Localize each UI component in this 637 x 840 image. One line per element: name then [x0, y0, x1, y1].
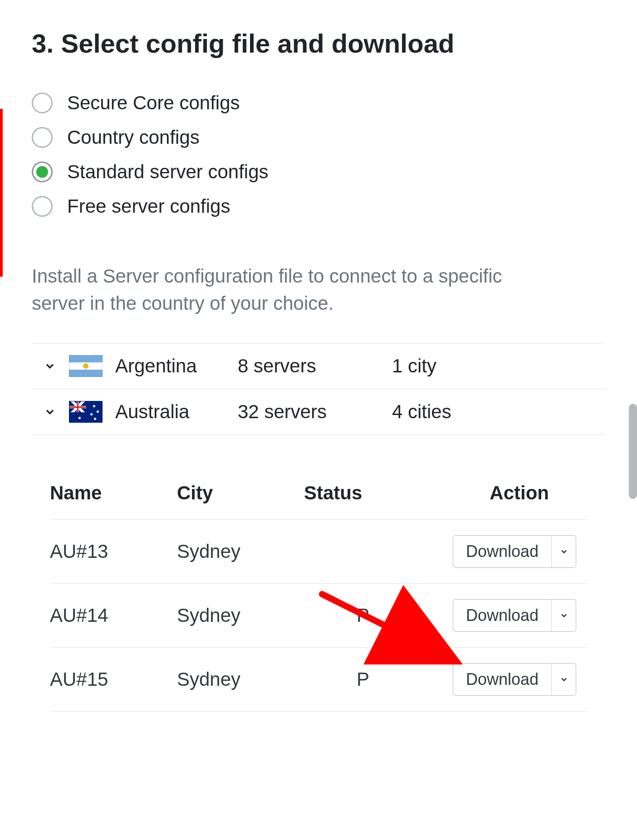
config-description: Install a Server configuration file to c… [32, 263, 531, 318]
col-header-name: Name [50, 482, 177, 504]
download-label: Download [453, 664, 551, 695]
section-title: 3. Select config file and download [32, 27, 605, 60]
chevron-down-icon [41, 360, 59, 372]
server-table: Name City Status Action AU#13 Sydney Dow… [50, 467, 587, 712]
download-label: Download [453, 600, 551, 631]
server-status: P [304, 605, 422, 626]
radio-icon [32, 161, 53, 182]
radio-label: Standard server configs [67, 161, 269, 183]
table-row: AU#14 Sydney P Download [50, 584, 587, 648]
col-header-action: Action [422, 482, 576, 504]
radio-icon [32, 127, 53, 148]
country-name: Australia [115, 401, 238, 423]
country-cities: 4 cities [392, 401, 451, 423]
col-header-city: City [177, 482, 304, 504]
server-name: AU#14 [50, 605, 177, 626]
country-servers: 32 servers [238, 401, 392, 423]
country-servers: 8 servers [238, 355, 392, 377]
radio-label: Free server configs [67, 195, 230, 217]
server-name: AU#13 [50, 541, 177, 562]
table-header-row: Name City Status Action [50, 467, 587, 520]
download-button[interactable]: Download [453, 599, 576, 632]
country-name: Argentina [115, 355, 238, 377]
radio-label: Country configs [67, 127, 200, 148]
chevron-down-icon[interactable] [551, 664, 576, 695]
download-label: Download [453, 536, 551, 567]
country-row-argentina[interactable]: Argentina 8 servers 1 city [32, 343, 605, 389]
server-name: AU#15 [50, 669, 177, 690]
radio-icon [32, 196, 53, 217]
radio-free-server[interactable]: Free server configs [32, 195, 605, 217]
chevron-down-icon[interactable] [551, 600, 576, 631]
flag-argentina-icon [69, 355, 103, 377]
radio-dot-icon [36, 166, 48, 178]
scrollbar[interactable] [629, 404, 637, 499]
server-status: P [304, 669, 422, 690]
radio-icon [32, 93, 53, 113]
radio-label: Secure Core configs [67, 92, 240, 114]
radio-standard-server[interactable]: Standard server configs [32, 161, 605, 183]
flag-australia-icon [69, 401, 103, 423]
country-cities: 1 city [392, 355, 436, 377]
download-button[interactable]: Download [453, 535, 576, 568]
server-city: Sydney [177, 669, 304, 690]
chevron-down-icon [41, 405, 59, 418]
server-city: Sydney [177, 541, 304, 562]
chevron-down-icon[interactable] [551, 536, 576, 567]
annotation-side-bar [0, 109, 3, 277]
col-header-status: Status [304, 482, 422, 504]
table-row: AU#15 Sydney P Download [50, 648, 587, 712]
radio-secure-core[interactable]: Secure Core configs [32, 92, 605, 114]
server-city: Sydney [177, 605, 304, 626]
download-button[interactable]: Download [453, 663, 576, 696]
country-row-australia[interactable]: Australia 32 servers 4 cities [32, 389, 605, 435]
config-radio-group: Secure Core configs Country configs Stan… [32, 92, 605, 217]
country-list: Argentina 8 servers 1 city Australia 32 … [32, 343, 605, 435]
table-row: AU#13 Sydney Download [50, 520, 587, 584]
radio-country[interactable]: Country configs [32, 127, 605, 148]
